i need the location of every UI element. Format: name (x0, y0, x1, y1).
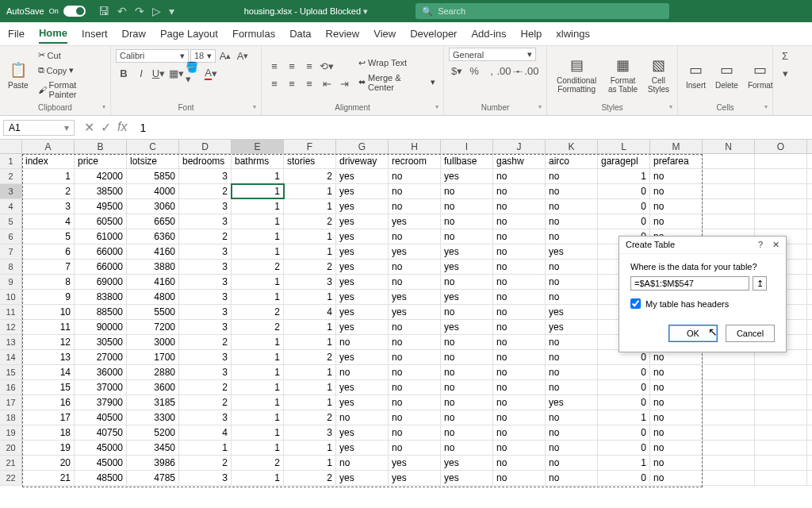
tab-xlwings[interactable]: xlwings (556, 25, 590, 43)
row-header[interactable]: 10 (0, 290, 22, 304)
font-size-dropdown[interactable]: 18▾ (190, 49, 216, 63)
cell[interactable]: 66000 (75, 260, 127, 274)
close-icon[interactable]: ✕ (772, 240, 779, 250)
save-icon[interactable]: 🖫 (98, 5, 109, 17)
row-header[interactable]: 5 (0, 214, 22, 229)
cell[interactable]: no (650, 456, 703, 470)
cell[interactable]: 1 (284, 320, 336, 334)
cell[interactable]: 19 (22, 441, 75, 455)
cell[interactable]: 48500 (75, 471, 127, 485)
cut-button[interactable]: ✂Cut (35, 48, 105, 62)
cell[interactable]: no (389, 365, 441, 379)
cell[interactable]: yes (336, 471, 389, 485)
cell[interactable]: 4785 (127, 471, 179, 485)
bold-icon[interactable]: B (116, 65, 132, 81)
cell[interactable] (755, 395, 807, 410)
cell[interactable]: 3 (179, 410, 232, 425)
cell[interactable]: 40500 (75, 410, 127, 425)
currency-icon[interactable]: $▾ (449, 63, 465, 79)
row-header[interactable]: 4 (0, 199, 22, 214)
row-header[interactable]: 3 (0, 184, 22, 198)
enter-formula-icon[interactable]: ✓ (101, 120, 111, 135)
row-header[interactable]: 11 (0, 305, 22, 319)
cell[interactable]: 3 (179, 244, 232, 259)
cell[interactable]: yes (389, 244, 441, 259)
cell[interactable]: yes (336, 395, 389, 410)
cell[interactable]: no (336, 456, 389, 470)
cell[interactable]: no (441, 184, 493, 198)
cell[interactable]: yes (336, 290, 389, 304)
cell[interactable]: 66000 (75, 244, 127, 259)
decrease-indent-icon[interactable]: ⇤ (319, 75, 335, 91)
cell[interactable]: 15 (22, 380, 75, 394)
cell[interactable]: 9 (22, 290, 75, 304)
fill-icon[interactable]: ▾ (777, 65, 793, 81)
cell[interactable]: no (650, 410, 703, 425)
cell[interactable]: yes (389, 471, 441, 485)
cell[interactable]: yes (389, 290, 441, 304)
conditional-formatting-button[interactable]: ▤Conditional Formatting (552, 54, 601, 95)
cell[interactable]: 1 (232, 350, 284, 364)
cell[interactable]: no (493, 395, 546, 410)
align-middle-icon[interactable]: ≡ (284, 58, 300, 74)
row-header[interactable]: 22 (0, 471, 22, 485)
wrap-text-button[interactable]: ↩Wrap Text (355, 56, 439, 70)
cell[interactable]: 1 (284, 456, 336, 470)
cell[interactable]: 1 (284, 184, 336, 198)
cell[interactable] (755, 471, 807, 485)
cell[interactable]: no (493, 244, 546, 259)
cell[interactable]: 2 (179, 184, 232, 198)
row-header[interactable]: 17 (0, 395, 22, 410)
cell[interactable]: no (441, 365, 493, 379)
tab-add-ins[interactable]: Add-ins (471, 25, 506, 43)
cell[interactable]: recroom (389, 154, 441, 168)
cell[interactable]: no (650, 199, 703, 214)
cell[interactable]: no (546, 380, 598, 394)
column-header[interactable]: O (755, 140, 807, 153)
cell[interactable] (703, 471, 755, 485)
column-header[interactable]: D (179, 140, 232, 153)
cell[interactable]: 16 (22, 395, 75, 410)
row-header[interactable]: 15 (0, 365, 22, 379)
cell[interactable]: no (546, 199, 598, 214)
cell[interactable]: 61000 (75, 229, 127, 244)
cell[interactable]: no (493, 199, 546, 214)
cell[interactable]: 1 (284, 244, 336, 259)
cell[interactable]: no (493, 169, 546, 183)
cell[interactable]: no (441, 380, 493, 394)
search-box[interactable]: 🔍 (416, 3, 669, 19)
cell[interactable]: 1 (232, 275, 284, 289)
cell[interactable]: 4800 (127, 290, 179, 304)
cell[interactable]: 1 (284, 395, 336, 410)
cell[interactable]: 69000 (75, 275, 127, 289)
cell[interactable]: no (441, 229, 493, 244)
cell[interactable]: 2 (284, 260, 336, 274)
table-range-input[interactable] (630, 276, 749, 291)
column-header[interactable]: H (389, 140, 441, 153)
cell[interactable]: yes (441, 244, 493, 259)
cell[interactable]: yes (546, 305, 598, 319)
cell[interactable]: 3 (179, 275, 232, 289)
cell[interactable]: no (441, 425, 493, 440)
cell[interactable]: no (493, 260, 546, 274)
cell[interactable]: 1700 (127, 350, 179, 364)
cell[interactable]: 3600 (127, 380, 179, 394)
cell[interactable]: no (493, 320, 546, 334)
cell[interactable]: no (546, 456, 598, 470)
cell[interactable]: no (650, 169, 703, 183)
tab-review[interactable]: Review (326, 25, 360, 43)
cell[interactable]: 83800 (75, 290, 127, 304)
format-painter-button[interactable]: 🖌Format Painter (35, 79, 105, 101)
cell[interactable]: 3300 (127, 410, 179, 425)
copy-button[interactable]: ⧉Copy ▾ (35, 64, 105, 77)
insert-cells-button[interactable]: ▭Insert (683, 59, 709, 91)
cell[interactable]: 0 (598, 380, 650, 394)
cell[interactable]: 1 (232, 244, 284, 259)
cell[interactable] (755, 214, 807, 229)
cell[interactable]: 49500 (75, 199, 127, 214)
cell[interactable]: 2 (179, 395, 232, 410)
cell[interactable]: 3060 (127, 199, 179, 214)
cell[interactable]: 3 (179, 350, 232, 364)
cell[interactable]: yes (336, 320, 389, 334)
cell[interactable]: no (650, 380, 703, 394)
